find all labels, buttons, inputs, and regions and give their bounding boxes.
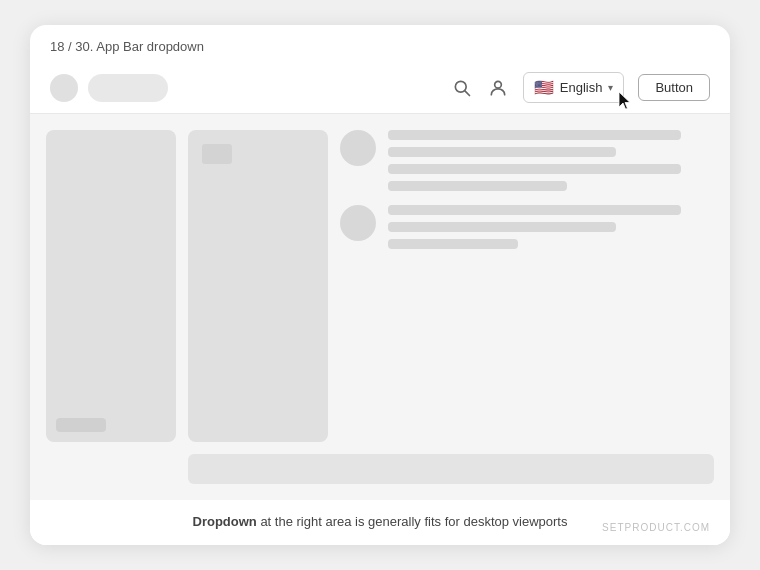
- middle-content-block: [188, 130, 328, 442]
- language-dropdown[interactable]: 🇺🇸 English ▾: [523, 72, 625, 103]
- nav-pill: [88, 74, 168, 102]
- footer-text: at the right area is generally fits for …: [257, 514, 568, 529]
- app-bar-right: 🇺🇸 English ▾ Button: [451, 72, 710, 103]
- text-line: [388, 130, 681, 140]
- phone-screen-detail: [202, 144, 232, 164]
- svg-line-1: [465, 90, 470, 95]
- footer-bold: Dropdown: [193, 514, 257, 529]
- language-label: English: [560, 80, 603, 95]
- step-label: 18 / 30. App Bar dropdown: [50, 39, 204, 54]
- watermark: SETPRODUCT.COM: [602, 522, 710, 533]
- first-avatar-row: [340, 130, 714, 191]
- right-content-block: [340, 130, 714, 442]
- text-lines-2: [388, 205, 714, 249]
- text-line: [388, 164, 681, 174]
- second-avatar-row: [340, 205, 714, 249]
- flag-icon: 🇺🇸: [534, 78, 554, 97]
- text-lines-1: [388, 130, 714, 191]
- bottom-content-block: [188, 454, 714, 484]
- content-area: [30, 114, 730, 500]
- left-content-block: [46, 130, 176, 442]
- text-line: [388, 239, 518, 249]
- svg-point-2: [494, 81, 501, 88]
- search-button[interactable]: [451, 77, 473, 99]
- app-bar: 🇺🇸 English ▾ Button: [30, 62, 730, 114]
- left-bottom-detail: [56, 418, 106, 432]
- main-card: 18 / 30. App Bar dropdown: [30, 25, 730, 545]
- user-icon: [488, 78, 508, 98]
- avatar-2: [340, 205, 376, 241]
- avatar-1: [340, 130, 376, 166]
- text-line: [388, 147, 616, 157]
- text-line: [388, 205, 681, 215]
- app-bar-left: [50, 74, 441, 102]
- chevron-down-icon: ▾: [608, 82, 613, 93]
- text-line: [388, 222, 616, 232]
- logo: [50, 74, 78, 102]
- user-button[interactable]: [487, 77, 509, 99]
- text-line: [388, 181, 567, 191]
- search-icon: [452, 78, 472, 98]
- cta-button[interactable]: Button: [638, 74, 710, 101]
- title-bar: 18 / 30. App Bar dropdown: [30, 25, 730, 62]
- language-dropdown-wrapper: 🇺🇸 English ▾: [523, 72, 625, 103]
